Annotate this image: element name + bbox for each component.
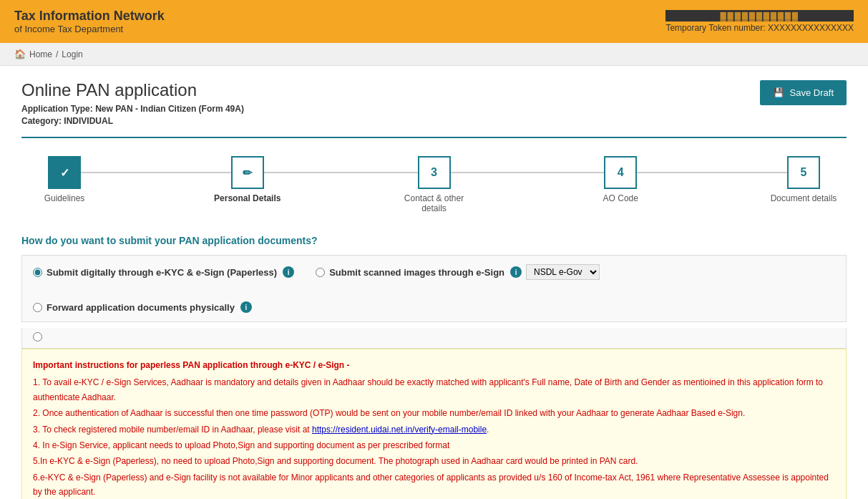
save-icon: 💾 [773, 87, 784, 98]
step-5-label: Document details [771, 193, 837, 203]
option-physical-label[interactable]: Forward application documents physically [47, 302, 235, 313]
instructions-box: Important instructions for paperless PAN… [21, 349, 847, 499]
header-logo: Tax Information Network of Income Tax De… [14, 9, 165, 34]
option-ekyc-info-icon[interactable]: i [283, 266, 294, 278]
step-2-circle: ✏ [231, 156, 264, 189]
submission-question: How do you want to submit your PAN appli… [21, 235, 847, 246]
page-title-row: Online PAN application Application Type:… [21, 80, 847, 126]
radio-row-2 [21, 328, 847, 349]
header-title-line1: Tax Information Network [14, 9, 165, 24]
step-4-circle: 4 [604, 156, 637, 189]
save-draft-label: Save Draft [790, 87, 834, 98]
uidai-link[interactable]: https://resident.uidai.net.in/verify-ema… [312, 425, 487, 435]
save-draft-button[interactable]: 💾 Save Draft [760, 80, 847, 105]
section-divider [21, 137, 847, 138]
step-2-label: Personal Details [214, 193, 281, 203]
step-1-guidelines[interactable]: ✓ Guidelines [29, 156, 100, 203]
option-physical-info-icon[interactable]: i [240, 301, 252, 313]
step-2-personal-details[interactable]: ✏ Personal Details [212, 156, 283, 203]
instruction-5: 5.In e-KYC & e-Sign (Paperless), no need… [33, 454, 835, 468]
category: Category: INDIVIDUAL [21, 116, 244, 126]
option-esign[interactable]: Submit scanned images through e-Sign i N… [316, 264, 600, 280]
step-3-circle: 3 [418, 156, 451, 189]
application-type: Application Type: New PAN - Indian Citiz… [21, 104, 244, 114]
question-section: How do you want to submit your PAN appli… [21, 235, 847, 499]
step-1-label: Guidelines [44, 193, 85, 203]
step-1-circle: ✓ [48, 156, 81, 189]
option-4-radio[interactable] [33, 332, 42, 341]
option-ekyc-label[interactable]: Submit digitally through e-KYC & e-Sign … [47, 267, 277, 278]
instruction-1: 1. To avail e-KYC / e-Sign Services, Aad… [33, 375, 835, 404]
radio-options-row: Submit digitally through e-KYC & e-Sign … [21, 255, 847, 322]
token-label: Temporary Token number: [665, 23, 765, 33]
page-title: Online PAN application [21, 80, 244, 100]
step-3-contact[interactable]: 3 Contact & other details [395, 156, 474, 213]
pencil-icon: ✏ [243, 166, 252, 180]
token-bar: ▓▓▓▓▓▓▓▓▓▓▓ [665, 10, 854, 21]
step-4-ao-code[interactable]: 4 AO Code [585, 156, 656, 203]
nsdl-dropdown[interactable]: NSDL e-Gov [526, 264, 600, 280]
header-title-line2: of Income Tax Department [14, 24, 165, 34]
instruction-6: 6.e-KYC & e-Sign (Paperless) and e-Sign … [33, 470, 835, 499]
option-ekyc-radio[interactable] [33, 268, 42, 277]
stepper: ✓ Guidelines ✏ Personal Details 3 Contac… [21, 156, 847, 213]
breadcrumb-current: Login [62, 49, 82, 59]
header: Tax Information Network of Income Tax De… [0, 0, 868, 43]
option-esign-label[interactable]: Submit scanned images through e-Sign [329, 267, 504, 278]
instructions-title: Important instructions for paperless PAN… [33, 358, 835, 372]
option-esign-info-icon[interactable]: i [510, 266, 522, 278]
option-esign-radio[interactable] [316, 268, 325, 277]
page-title-left: Online PAN application Application Type:… [21, 80, 244, 126]
main-content: Online PAN application Application Type:… [0, 66, 868, 499]
header-token: ▓▓▓▓▓▓▓▓▓▓▓ Temporary Token number: XXXX… [665, 10, 854, 33]
token-text: Temporary Token number: XXXXXXXXXXXXXXX [665, 23, 854, 33]
step-5-document-details[interactable]: 5 Document details [768, 156, 839, 203]
option-physical[interactable]: Forward application documents physically… [33, 301, 252, 313]
step-5-circle: 5 [787, 156, 820, 189]
breadcrumb-separator: / [56, 49, 58, 59]
token-value: XXXXXXXXXXXXXXX [768, 23, 854, 33]
instruction-3: 3. To check registered mobile number/ema… [33, 422, 835, 437]
option-ekyc[interactable]: Submit digitally through e-KYC & e-Sign … [33, 266, 294, 278]
instruction-2: 2. Once authentication of Aadhaar is suc… [33, 406, 835, 420]
step-4-label: AO Code [603, 193, 638, 203]
option-physical-radio[interactable] [33, 303, 42, 312]
breadcrumb: 🏠 Home / Login [0, 43, 868, 66]
instruction-4: 4. In e-Sign Service, applicant needs to… [33, 438, 835, 452]
step-3-label: Contact & other details [395, 193, 474, 213]
breadcrumb-home[interactable]: Home [29, 49, 52, 59]
home-icon: 🏠 [14, 49, 26, 59]
